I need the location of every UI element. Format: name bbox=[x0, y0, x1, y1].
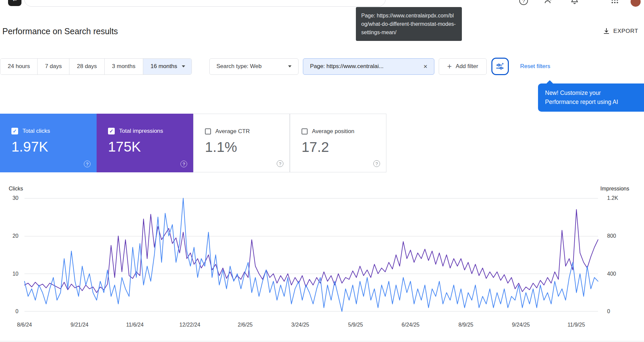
chevron-down-icon bbox=[288, 65, 291, 67]
x-tick-label: 11/9/25 bbox=[568, 322, 585, 328]
date-range-group: 24 hours 7 days 28 days 3 months 16 mont… bbox=[0, 58, 192, 75]
x-tick-label: 12/22/24 bbox=[179, 322, 200, 328]
y-tick-label-right: 400 bbox=[607, 271, 616, 277]
metric-card-total-impressions[interactable]: ✓ Total impressions 175K ? bbox=[97, 114, 193, 172]
x-tick-label: 8/9/25 bbox=[459, 322, 473, 328]
x-tick-label: 9/24/25 bbox=[512, 322, 530, 328]
help-icon[interactable]: ? bbox=[277, 160, 283, 167]
search-type-filter[interactable]: Search type: Web bbox=[209, 58, 299, 75]
right-axis-title: Impressions bbox=[600, 186, 629, 192]
avatar[interactable] bbox=[631, 0, 641, 7]
metric-card-average-position[interactable]: Average position 17.2 ? bbox=[290, 114, 386, 172]
y-tick-label-right: 0 bbox=[607, 308, 610, 315]
checkbox-average-ctr[interactable] bbox=[205, 128, 211, 134]
apps-button[interactable] bbox=[609, 0, 621, 7]
checkbox-average-position[interactable] bbox=[302, 128, 308, 134]
metric-value: 17.2 bbox=[302, 139, 386, 155]
date-range-label: 16 months bbox=[151, 63, 177, 70]
date-range-28-days[interactable]: 28 days bbox=[69, 59, 104, 74]
back-arrow-icon: ← bbox=[12, 0, 18, 3]
metric-card-total-clicks[interactable]: ✓ Total clicks 1.97K ? bbox=[0, 114, 97, 172]
customize-ai-button[interactable] bbox=[491, 58, 509, 75]
page-title: Performance on Search results bbox=[2, 26, 118, 36]
y-tick-label-right: 800 bbox=[607, 233, 616, 239]
checkbox-total-impressions[interactable]: ✓ bbox=[108, 128, 115, 134]
x-tick-label: 8/6/24 bbox=[17, 322, 32, 328]
checkbox-total-clicks[interactable]: ✓ bbox=[11, 128, 18, 134]
export-label: EXPORT bbox=[613, 28, 638, 35]
x-tick-label: 9/21/24 bbox=[70, 322, 88, 328]
page-url-tooltip: Page: https://www.centralairpdx.com/blog… bbox=[356, 7, 462, 41]
bell-icon bbox=[570, 0, 579, 6]
date-range-7-days[interactable]: 7 days bbox=[37, 59, 69, 74]
performance-chart[interactable] bbox=[24, 198, 598, 311]
y-tick-label: 30 bbox=[0, 195, 18, 202]
bottom-divider bbox=[0, 341, 644, 341]
metric-value: 1.97K bbox=[11, 139, 97, 155]
help-button[interactable]: ? bbox=[518, 0, 530, 7]
date-range-24-hours[interactable]: 24 hours bbox=[0, 59, 37, 74]
help-icon[interactable]: ? bbox=[373, 160, 380, 167]
y-tick-label-right: 1.2K bbox=[607, 195, 618, 202]
back-button[interactable]: ← bbox=[8, 0, 21, 6]
ai-promo-text: New! Customize your Performance report u… bbox=[545, 90, 618, 105]
export-button[interactable]: EXPORT bbox=[603, 27, 638, 35]
download-icon bbox=[603, 27, 610, 35]
help-icon[interactable]: ? bbox=[180, 161, 187, 167]
metric-label: Total clicks bbox=[22, 128, 50, 134]
add-filter-button[interactable]: + Add filter bbox=[439, 58, 487, 75]
chevron-down-icon bbox=[182, 65, 185, 67]
reset-filters-link[interactable]: Reset filters bbox=[520, 63, 550, 70]
x-tick-label: 2/6/25 bbox=[238, 322, 253, 328]
metric-label: Total impressions bbox=[119, 128, 163, 134]
top-bar: ← ? bbox=[0, 0, 644, 7]
global-search-input[interactable] bbox=[24, 0, 386, 7]
person-add-icon bbox=[544, 0, 553, 6]
ai-promo-callout: New! Customize your Performance report u… bbox=[538, 83, 644, 112]
search-type-label: Search type: Web bbox=[216, 63, 262, 70]
plus-icon: + bbox=[447, 63, 451, 70]
remove-filter-icon[interactable]: × bbox=[423, 63, 427, 70]
x-tick-label: 11/6/24 bbox=[126, 322, 144, 328]
page-filter-label: Page: https://www.centralai... bbox=[310, 63, 383, 70]
add-filter-label: Add filter bbox=[456, 63, 478, 70]
x-tick-label: 3/24/25 bbox=[291, 322, 309, 328]
x-tick-label: 6/24/25 bbox=[401, 322, 419, 328]
date-range-16-months[interactable]: 16 months bbox=[143, 59, 192, 74]
metric-card-average-ctr[interactable]: Average CTR 1.1% ? bbox=[193, 114, 290, 172]
y-tick-label: 0 bbox=[0, 308, 18, 315]
metric-label: Average CTR bbox=[215, 128, 250, 135]
metric-value: 175K bbox=[108, 139, 193, 155]
help-icon[interactable]: ? bbox=[84, 161, 91, 167]
tune-sparkle-icon bbox=[495, 62, 504, 71]
metric-value: 1.1% bbox=[205, 139, 289, 155]
left-axis-title: Clicks bbox=[9, 186, 23, 192]
share-report-button[interactable] bbox=[542, 0, 554, 7]
filter-bar: 24 hours 7 days 28 days 3 months 16 mont… bbox=[0, 58, 550, 75]
y-tick-label: 20 bbox=[0, 233, 18, 239]
metric-label: Average position bbox=[312, 128, 354, 135]
callout-arrow bbox=[546, 80, 553, 87]
notifications-button[interactable] bbox=[569, 0, 581, 7]
apps-grid-icon bbox=[610, 0, 619, 6]
metric-cards: ✓ Total clicks 1.97K ? ✓ Total impressio… bbox=[0, 114, 386, 172]
help-icon: ? bbox=[519, 0, 528, 5]
chart-lines bbox=[24, 198, 598, 311]
y-tick-label: 10 bbox=[0, 271, 18, 277]
x-tick-label: 5/9/25 bbox=[348, 322, 363, 328]
date-range-3-months[interactable]: 3 months bbox=[104, 59, 143, 74]
page-filter-chip[interactable]: Page: https://www.centralai... × bbox=[303, 58, 434, 75]
